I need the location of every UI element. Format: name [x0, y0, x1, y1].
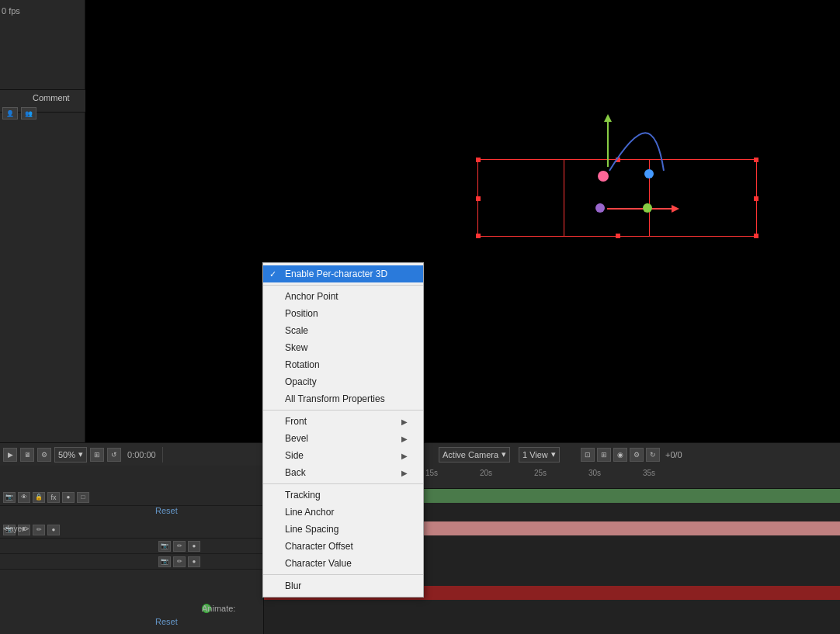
corner-tl — [476, 158, 481, 162]
menu-divider-2 — [263, 483, 423, 484]
corner-mt — [616, 158, 620, 162]
fps-label: 0 fps — [2, 6, 20, 16]
layer-name: <layer> — [3, 525, 29, 533]
menu-item-scale[interactable]: Scale — [263, 322, 423, 339]
corner-br — [754, 234, 758, 238]
tl-icon-sq[interactable]: □ — [77, 492, 89, 503]
reset-label-2[interactable]: Reset — [155, 617, 178, 626]
tl-icon-cam4[interactable]: 📷 — [158, 556, 171, 567]
context-menu: ✓ Enable Per-character 3D Anchor Point P… — [262, 262, 424, 598]
toolbar-icon-fit[interactable]: ⊞ — [90, 448, 104, 462]
viewport-canvas — [85, 0, 840, 442]
menu-item-line-spacing[interactable]: Line Spacing — [263, 521, 423, 538]
menu-item-enable-per-char[interactable]: ✓ Enable Per-character 3D — [263, 265, 423, 282]
tl-icon-lock[interactable]: 🔒 — [33, 492, 45, 503]
ruler-tick-35s: 35s — [643, 469, 655, 477]
menu-divider-1 — [263, 410, 423, 411]
menu-item-character-offset[interactable]: Character Offset — [263, 538, 423, 555]
menu-label-enable-per-char: Enable Per-character 3D — [285, 268, 387, 279]
ruler-tick-25s: 25s — [534, 469, 547, 477]
menu-item-bevel[interactable]: Bevel ▶ — [263, 430, 423, 447]
tl-icon-pen2[interactable]: ✏ — [33, 525, 45, 535]
tl-icon-cam3[interactable]: 📷 — [158, 541, 171, 552]
tl-icon-extra2[interactable]: ● — [188, 556, 200, 567]
tl-icon-extra[interactable]: ● — [188, 541, 200, 552]
menu-label-anchor-point: Anchor Point — [285, 291, 338, 302]
menu-item-anchor-point[interactable]: Anchor Point — [263, 288, 423, 305]
toolbar-icon-preview[interactable]: ▶ — [3, 448, 17, 462]
menu-item-back[interactable]: Back ▶ — [263, 464, 423, 481]
toolbar-icon-options[interactable]: ⚙ — [37, 448, 51, 462]
menu-label-opacity: Opacity — [285, 376, 317, 387]
view-label: 1 View — [522, 450, 548, 459]
selection-inner-line-1 — [564, 160, 564, 236]
toolbar-icon-reset[interactable]: ↺ — [107, 448, 121, 462]
menu-label-line-anchor: Line Anchor — [285, 507, 334, 518]
toolbar-icon-r1[interactable]: ⊡ — [581, 448, 595, 462]
check-icon-enable: ✓ — [269, 269, 276, 279]
transform-arrow-up — [607, 120, 609, 167]
menu-item-opacity[interactable]: Opacity — [263, 373, 423, 390]
icon-person[interactable]: 👤 — [2, 107, 18, 120]
reset-label-1[interactable]: Reset — [155, 506, 178, 515]
timeline-left-panel: 📷 👁 🔒 fx ● □ Reset 📷 👁 ✏ ● <layer> 📷 ✏ ●… — [0, 466, 264, 634]
ruler-tick-15s: 15s — [425, 469, 438, 477]
menu-item-character-value[interactable]: Character Value — [263, 555, 423, 572]
menu-label-position: Position — [285, 308, 318, 319]
tl-icon-camera[interactable]: 📷 — [3, 492, 16, 503]
ruler-tick-30s: 30s — [588, 469, 601, 477]
zoom-dropdown[interactable]: 50% ▾ — [54, 447, 87, 463]
view-chevron: ▾ — [551, 449, 556, 459]
tl-icon-dot2[interactable]: ● — [47, 525, 60, 535]
toolbar-icon-r5[interactable]: ↻ — [646, 448, 660, 462]
camera-dropdown[interactable]: Active Camera ▾ — [439, 447, 510, 463]
menu-label-rotation: Rotation — [285, 359, 320, 370]
corner-ml — [476, 196, 481, 201]
ruler-tick-20s: 20s — [480, 469, 492, 477]
menu-item-position[interactable]: Position — [263, 305, 423, 322]
menu-label-front: Front — [285, 416, 307, 427]
corner-mb — [616, 234, 620, 238]
control-point-pink — [598, 171, 609, 182]
camera-chevron: ▾ — [502, 449, 506, 459]
toolbar-icon-r4[interactable]: ⚙ — [630, 448, 644, 462]
menu-item-side[interactable]: Side ▶ — [263, 447, 423, 464]
menu-item-front[interactable]: Front ▶ — [263, 413, 423, 430]
tl-icon-dot[interactable]: ● — [62, 492, 75, 503]
toolbar-icon-monitor[interactable]: 🖥 — [20, 448, 34, 462]
offset-label: +0/0 — [662, 450, 686, 459]
toolbar-icon-r2[interactable]: ⊞ — [597, 448, 611, 462]
transform-arrow-right — [607, 208, 673, 210]
tl-icon-pen3[interactable]: ✏ — [173, 541, 186, 552]
corner-tr — [754, 158, 758, 162]
submenu-arrow-front: ▶ — [401, 417, 408, 426]
zoom-chevron: ▾ — [78, 449, 83, 459]
separator-1 — [162, 447, 163, 463]
menu-item-tracking[interactable]: Tracking — [263, 487, 423, 504]
tl-icon-fx[interactable]: fx — [47, 492, 60, 503]
icon-group[interactable]: 👥 — [21, 107, 36, 120]
control-point-blue — [644, 169, 654, 178]
menu-label-side: Side — [285, 450, 304, 461]
control-point-purple — [595, 203, 605, 213]
menu-label-bevel: Bevel — [285, 433, 308, 444]
menu-label-character-offset: Character Offset — [285, 541, 353, 552]
camera-label: Active Camera — [443, 450, 498, 459]
menu-item-line-anchor[interactable]: Line Anchor — [263, 504, 423, 521]
view-dropdown[interactable]: 1 View ▾ — [519, 447, 560, 463]
toolbar-icon-r3[interactable]: ◉ — [613, 448, 627, 462]
menu-label-back: Back — [285, 467, 306, 478]
menu-item-blur[interactable]: Blur — [263, 577, 423, 594]
selection-box — [477, 159, 757, 237]
tl-icon-eye[interactable]: 👁 — [18, 492, 30, 503]
menu-item-skew[interactable]: Skew — [263, 339, 423, 356]
menu-item-all-transform[interactable]: All Transform Properties — [263, 390, 423, 407]
menu-item-rotation[interactable]: Rotation — [263, 356, 423, 373]
menu-label-line-spacing: Line Spacing — [285, 524, 338, 535]
submenu-arrow-side: ▶ — [401, 452, 408, 460]
submenu-arrow-back: ▶ — [401, 469, 408, 477]
corner-mr — [754, 196, 758, 201]
tl-icon-pen4[interactable]: ✏ — [173, 556, 186, 567]
left-panel: 0 fps Comment 👤 👥 — [0, 0, 85, 442]
menu-label-scale: Scale — [285, 325, 308, 336]
